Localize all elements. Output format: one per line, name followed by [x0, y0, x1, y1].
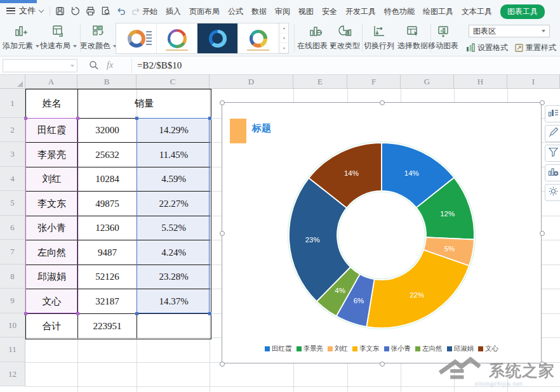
name-box[interactable] [3, 59, 77, 72]
file-menu[interactable]: 文件 [19, 5, 36, 16]
cell-C5[interactable]: 22.27% [137, 192, 210, 216]
gallery-style-1[interactable] [116, 23, 157, 53]
cell-C6[interactable]: 5.52% [137, 216, 210, 240]
column-header-C[interactable]: C [137, 75, 210, 89]
gallery-up-icon[interactable]: ▲ [280, 23, 288, 34]
cell-A1-name-header[interactable]: 姓名 [26, 89, 78, 119]
change-type-button[interactable]: 更改类型 [326, 23, 364, 51]
row-header-6[interactable]: 6 [0, 216, 25, 240]
move-chart-button[interactable]: 移动图表 [424, 23, 462, 51]
column-header-I[interactable]: I [507, 75, 560, 89]
gallery-down-icon[interactable]: ▼ [280, 34, 288, 44]
cell-B8[interactable]: 52126 [78, 265, 137, 289]
cell-B5[interactable]: 49875 [78, 192, 137, 216]
cell-A3[interactable]: 李景亮 [26, 143, 78, 167]
cell-B10-total[interactable]: 223951 [78, 314, 137, 338]
namebox-dropdown-icon[interactable] [70, 65, 74, 67]
gallery-style-3[interactable] [197, 23, 238, 53]
cell-C3[interactable]: 11.45% [137, 143, 210, 167]
menu-tab-7[interactable]: 视图 [298, 6, 314, 17]
chart-resize-handle[interactable] [540, 100, 545, 105]
add-element-button[interactable]: 添加元素 [2, 23, 40, 51]
column-header-G[interactable]: G [401, 75, 454, 89]
cell-A10-total[interactable]: 合计 [26, 314, 78, 338]
cell-C10[interactable] [137, 314, 210, 338]
menu-tab-5[interactable]: 数据 [251, 6, 267, 17]
menu-tab-1[interactable]: 开始 [142, 6, 157, 17]
cell-B9[interactable]: 32187 [78, 289, 137, 314]
row-header-3[interactable]: 3 [0, 142, 25, 167]
row-header-7[interactable]: 7 [0, 240, 25, 265]
fx-icon[interactable]: fx [107, 60, 113, 70]
row-header-11[interactable]: 11 [0, 337, 25, 362]
cell-A6[interactable]: 张小青 [26, 216, 78, 240]
settings-gear-button[interactable] [545, 184, 560, 201]
save-icon[interactable] [55, 6, 65, 16]
cell-B7[interactable]: 9487 [78, 240, 137, 265]
column-header-E[interactable]: E [293, 75, 347, 89]
chart-resize-handle[interactable] [380, 100, 385, 105]
hamburger-menu-icon[interactable] [6, 8, 15, 14]
redo-icon[interactable] [131, 6, 141, 16]
chart-style-brush-button[interactable] [545, 125, 560, 142]
chart-resize-handle[interactable] [220, 362, 225, 367]
cell-B1C1-sales-header[interactable]: 销量 [78, 89, 210, 119]
chart-legend[interactable]: 田红霞李景亮刘红李文东张小青左向然邱淑娟文心 [222, 344, 541, 353]
row-header-12[interactable]: 12 [0, 362, 25, 386]
cell-C2[interactable]: 14.29% [137, 119, 210, 143]
chart-resize-handle[interactable] [220, 231, 225, 236]
gallery-style-2[interactable] [157, 23, 197, 53]
magnifier-icon[interactable] [89, 60, 99, 70]
cell-B4[interactable]: 10284 [78, 167, 137, 192]
menu-tab-11[interactable]: 绘图工具 [423, 6, 453, 17]
cell-C7[interactable]: 4.24% [137, 240, 210, 265]
menu-tab-12[interactable]: 文本工具 [462, 6, 492, 17]
row-header-10[interactable]: 10 [0, 313, 25, 337]
chart-add-button[interactable] [545, 164, 560, 181]
row-header-5[interactable]: 5 [0, 191, 25, 216]
reset-style-button[interactable]: 重置样式 [514, 42, 556, 53]
cell-A2[interactable]: 田红霞 [26, 119, 78, 143]
column-header-A[interactable]: A [25, 75, 77, 89]
switch-row-col-button[interactable]: 切换行列 [360, 23, 398, 51]
undo-icon[interactable] [116, 6, 126, 16]
chart-elements-button[interactable] [545, 105, 560, 122]
formula-input[interactable]: =B2/$B$10 [137, 60, 182, 71]
chart-resize-handle[interactable] [380, 362, 385, 367]
menu-tab-3[interactable]: 页面布局 [189, 6, 220, 17]
chart-target-combo[interactable]: 图表区 [469, 25, 550, 37]
menu-tab-8[interactable]: 安全 [322, 6, 337, 17]
set-format-button[interactable]: 设置格式 [466, 42, 508, 53]
change-color-button[interactable]: 更改颜色 [79, 23, 117, 51]
cell-C4[interactable]: 4.59% [137, 167, 210, 192]
menu-tab-10[interactable]: 特色功能 [384, 6, 415, 17]
donut-chart-object[interactable]: 标题14%12%5%22%6%4%23%14%田红霞李景亮刘红李文东张小青左向然… [222, 102, 542, 363]
cell-A5[interactable]: 李文东 [26, 192, 78, 216]
cell-C8[interactable]: 23.28% [137, 265, 210, 289]
select-all-corner[interactable] [0, 75, 25, 89]
cell-A7[interactable]: 左向然 [26, 240, 78, 265]
gallery-expand-icon[interactable]: ▼ [280, 43, 288, 53]
row-header-1[interactable]: 1 [0, 89, 25, 118]
column-header-D[interactable]: D [210, 75, 293, 89]
column-header-H[interactable]: H [454, 75, 507, 89]
combo-dropdown-icon[interactable] [542, 30, 545, 32]
quick-layout-button[interactable]: 快速布局 [39, 23, 77, 51]
print-icon[interactable] [86, 6, 95, 16]
print-preview-icon[interactable] [101, 6, 110, 16]
row-header-9[interactable]: 9 [0, 289, 25, 313]
output-icon[interactable] [70, 6, 80, 16]
sheet-grid[interactable]: 123456789101112姓名销量田红霞3200014.29%李景亮2563… [0, 89, 560, 392]
menu-tab-9[interactable]: 开发工具 [345, 6, 376, 17]
cell-A4[interactable]: 刘红 [26, 167, 78, 192]
chart-resize-handle[interactable] [540, 231, 545, 236]
cell-A8[interactable]: 邱淑娟 [26, 265, 78, 289]
cell-B2[interactable]: 32000 [78, 119, 137, 143]
row-header-8[interactable]: 8 [0, 265, 25, 289]
chart-style-gallery[interactable]: ▲▼▼ [116, 23, 289, 54]
column-header-F[interactable]: F [347, 75, 401, 89]
cell-A9[interactable]: 文心 [26, 289, 78, 314]
menu-tab-4[interactable]: 公式 [228, 6, 243, 17]
cell-B6[interactable]: 12360 [78, 216, 137, 240]
chart-resize-handle[interactable] [220, 100, 225, 105]
